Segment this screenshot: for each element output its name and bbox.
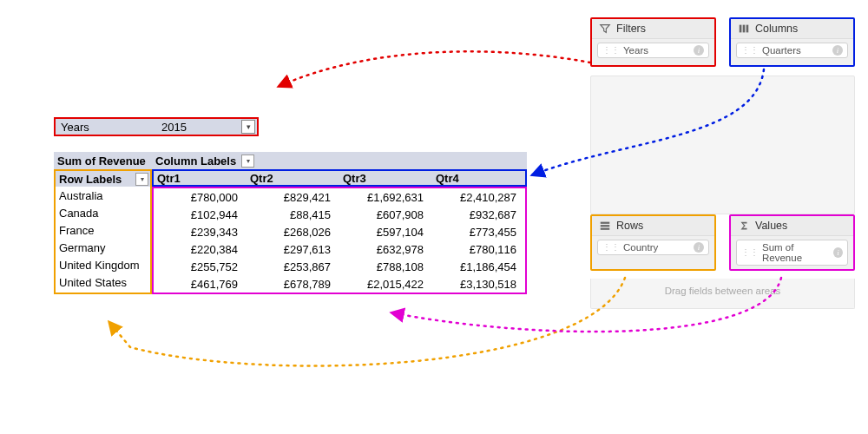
columns-icon [738,23,750,35]
info-icon[interactable]: i [694,242,704,253]
filters-panel-title: Filters [616,23,646,35]
cell: £597,104 [339,223,432,240]
col-header: Qtr2 [247,172,339,185]
info-icon[interactable]: i [832,45,843,56]
cell: £220,384 [154,240,247,258]
report-filter-label: Years [56,121,161,134]
cell: £829,421 [247,188,339,206]
rows-field-label: Country [623,242,658,253]
columns-panel[interactable]: Columns ⋮⋮ Quarters i [729,17,855,67]
columns-field-label: Quarters [762,45,801,56]
rows-icon [599,220,611,232]
columns-field-pill[interactable]: ⋮⋮ Quarters i [736,43,848,58]
values-field-pill[interactable]: ⋮⋮ Sum of Revenue i [736,240,848,266]
columns-panel-title: Columns [755,23,798,35]
column-labels-dropdown[interactable]: ▾ [241,155,254,168]
row-header: Germany [56,239,150,256]
cell: £1,692,631 [339,188,432,206]
filters-field-label: Years [623,45,648,56]
svg-rect-2 [746,25,749,33]
cell: £3,130,518 [432,275,525,293]
drag-handle-icon[interactable]: ⋮⋮ [741,46,759,55]
cell: £102,944 [154,206,247,223]
cell: £268,026 [247,223,339,240]
table-row: £220,384£297,613£632,978£780,116 [154,240,525,258]
cell: £780,116 [432,240,525,258]
rows-panel-title: Rows [616,220,643,232]
cell: £773,455 [432,223,525,240]
row-labels-dropdown[interactable]: ▾ [135,173,148,186]
row-header: United States [56,273,150,291]
drag-handle-icon[interactable]: ⋮⋮ [741,248,759,257]
drag-handle-icon[interactable]: ⋮⋮ [602,243,620,252]
values-field-label: Sum of Revenue [762,242,830,263]
rows-field-pill[interactable]: ⋮⋮ Country i [597,240,709,255]
cell: £239,343 [154,223,247,240]
report-filter-value: 2015 [161,121,241,134]
filters-panel[interactable]: Filters ⋮⋮ Years i [590,17,716,67]
report-filter-bar: Years 2015 ▾ [54,117,259,136]
drag-handle-icon[interactable]: ⋮⋮ [602,46,620,55]
col-header: Qtr4 [432,172,525,185]
cell: £2,410,287 [432,188,525,206]
drag-hint: Drag fields between areas [590,279,855,309]
filters-panel-header: Filters [592,19,714,39]
table-row: £780,000£829,421£1,692,631£2,410,287 [154,188,525,206]
svg-rect-3 [601,222,610,224]
table-row: £461,769£678,789£2,015,422£3,130,518 [154,275,525,293]
cell: £253,867 [247,258,339,275]
cell: £932,687 [432,206,525,223]
cell: £297,613 [247,240,339,258]
svg-rect-0 [740,25,742,33]
svg-rect-4 [601,225,610,227]
row-labels-caption: Row Labels [59,173,122,186]
column-labels-caption: Column Labels [152,155,240,168]
table-row: £255,752£253,867£788,108£1,186,454 [154,258,525,275]
filter-icon [599,23,611,35]
rows-panel[interactable]: Rows ⋮⋮ Country i [590,214,716,271]
cell: £255,752 [154,258,247,275]
cell: £788,108 [339,258,432,275]
cell: £780,000 [154,188,247,206]
columns-panel-header: Columns [731,19,853,39]
measure-label: Sum of Revenue [54,155,152,168]
table-row: £239,343£268,026£597,104£773,455 [154,223,525,240]
cell: £607,908 [339,206,432,223]
values-panel[interactable]: Values ⋮⋮ Sum of Revenue i [729,214,855,271]
cell: £88,415 [247,206,339,223]
row-header: Australia [56,187,150,204]
col-header: Qtr3 [339,172,432,185]
arrow-filters [278,51,590,87]
col-header: Qtr1 [154,172,247,185]
sigma-icon [738,220,750,232]
values-grid: £780,000£829,421£1,692,631£2,410,287 £10… [152,187,527,294]
values-panel-header: Values [731,216,853,236]
row-header: France [56,221,150,239]
info-icon[interactable]: i [694,45,704,56]
cell: £461,769 [154,275,247,293]
svg-rect-1 [743,25,746,33]
values-panel-title: Values [755,220,787,232]
svg-rect-5 [601,228,610,230]
filters-field-pill[interactable]: ⋮⋮ Years i [597,43,709,58]
rows-panel-header: Rows [592,216,714,236]
cell: £678,789 [247,275,339,293]
pivot-table: Sum of Revenue Column Labels ▾ Row Label… [54,152,527,294]
cell: £2,015,422 [339,275,432,293]
column-headers: Qtr1 Qtr2 Qtr3 Qtr4 [152,169,527,187]
info-icon[interactable]: i [833,247,843,258]
report-filter-dropdown[interactable]: ▾ [241,120,255,134]
row-header: Canada [56,204,150,221]
table-row: £102,944£88,415£607,908£932,687 [154,206,525,223]
field-panels: Filters ⋮⋮ Years i Columns ⋮⋮ Quar [590,17,855,309]
row-headers: Australia Canada France Germany United K… [54,187,152,294]
row-header: United Kingdom [56,256,150,273]
cell: £632,978 [339,240,432,258]
cell: £1,186,454 [432,258,525,275]
